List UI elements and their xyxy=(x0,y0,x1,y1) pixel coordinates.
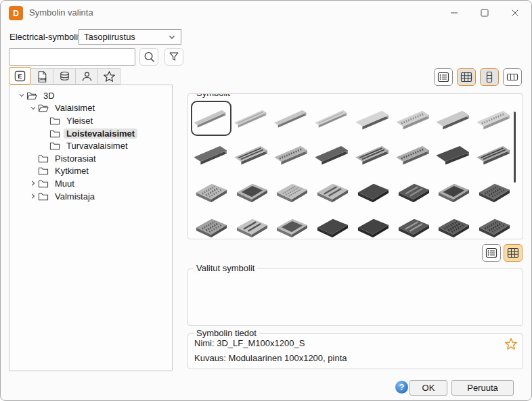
tree-item-kytkimet[interactable]: Kytkimet xyxy=(9,165,172,178)
symbol-thumb-15[interactable] xyxy=(474,136,514,171)
folder-closed-icon xyxy=(38,179,49,189)
e-symbol-icon: E xyxy=(14,70,26,82)
chevron-collapsed-icon[interactable] xyxy=(28,179,38,187)
list-view-button[interactable] xyxy=(434,68,453,86)
symbol-thumb-18[interactable] xyxy=(272,171,313,206)
search-button[interactable] xyxy=(139,48,158,66)
symbol-thumb-23[interactable] xyxy=(474,171,514,206)
symbol-thumb-31[interactable] xyxy=(474,206,514,239)
tree-item-pistorasiat[interactable]: Pistorasiat xyxy=(9,152,172,165)
tab-user[interactable] xyxy=(76,68,98,85)
landscape-view-button[interactable] xyxy=(503,68,522,86)
library-combobox[interactable]: Tasopiirustus xyxy=(79,29,181,45)
symbol-thumb-12[interactable] xyxy=(353,136,393,171)
symbols-group: Symbolit xyxy=(187,93,523,239)
folder-closed-icon xyxy=(38,154,49,164)
symbol-thumb-9[interactable] xyxy=(231,136,272,171)
symbol-thumb-29[interactable] xyxy=(393,206,434,239)
tree-item-label: Valmistaja xyxy=(52,191,97,202)
app-icon: D xyxy=(9,6,23,20)
symbol-thumb-0[interactable] xyxy=(191,101,231,136)
symbol-thumb-25[interactable] xyxy=(231,206,272,239)
symbol-thumb-6[interactable] xyxy=(434,101,474,136)
folder-closed-icon xyxy=(49,116,61,126)
symbols-group-legend: Symbolit xyxy=(194,93,233,98)
symbol-thumb-21[interactable] xyxy=(393,171,434,206)
cancel-button[interactable]: Peruuta xyxy=(451,380,514,396)
grid-view-button[interactable] xyxy=(504,244,523,262)
symbol-thumb-3[interactable] xyxy=(312,101,353,136)
tree-item-muut[interactable]: Muut xyxy=(9,177,172,190)
symbol-thumb-8[interactable] xyxy=(191,136,231,171)
symbol-thumb-10[interactable] xyxy=(272,136,313,171)
tab-database[interactable] xyxy=(53,68,76,85)
minimize-button[interactable] xyxy=(439,1,469,24)
help-button[interactable]: ? xyxy=(395,381,408,394)
symbol-description: Kuvaus: Modulaarinen 100x1200, pinta xyxy=(194,353,347,363)
tree-item-valaisimet[interactable]: Valaisimet xyxy=(9,102,172,115)
favorite-star-icon[interactable] xyxy=(504,337,518,351)
symbol-thumb-5[interactable] xyxy=(393,101,434,136)
symbol-thumb-27[interactable] xyxy=(312,206,353,239)
symbol-thumb-1[interactable] xyxy=(231,101,272,136)
list-view-icon xyxy=(485,246,498,260)
tab-favorites[interactable] xyxy=(98,68,120,85)
tree-item-valmistaja[interactable]: Valmistaja xyxy=(9,190,172,203)
symbol-selection-dialog: D Symbolin valinta Electrical-symbolit: … xyxy=(0,0,532,401)
symbol-thumb-2[interactable] xyxy=(272,101,313,136)
svg-text:DRW: DRW xyxy=(38,77,46,80)
doc-drw-icon: DRW xyxy=(36,70,49,83)
selected-symbols-group: Valitut symbolit xyxy=(187,268,523,326)
search-input[interactable] xyxy=(9,48,135,66)
grid-view-button[interactable] xyxy=(457,68,476,86)
symbol-thumb-7[interactable] xyxy=(474,101,514,136)
chevron-expanded-icon[interactable] xyxy=(16,91,26,99)
grid-view-icon xyxy=(460,70,473,84)
symbol-thumb-13[interactable] xyxy=(393,136,434,171)
symbol-library-tabs: EDRW xyxy=(9,68,120,85)
symbol-thumb-24[interactable] xyxy=(191,206,231,239)
library-combobox-value: Tasopiirustus xyxy=(84,32,135,42)
filter-icon xyxy=(168,51,180,63)
folder-closed-icon xyxy=(38,166,49,176)
tab-electrical-symbols[interactable]: E xyxy=(9,67,31,85)
tree-item-yleiset[interactable]: Yleiset xyxy=(9,114,172,127)
window-controls xyxy=(439,1,530,24)
symbol-thumb-11[interactable] xyxy=(312,136,353,171)
maximize-button[interactable] xyxy=(469,1,500,24)
ok-button[interactable]: OK xyxy=(409,380,447,396)
folder-open-icon xyxy=(26,91,38,101)
tree-item-label: Valaisimet xyxy=(52,103,97,113)
symbol-thumb-4[interactable] xyxy=(353,101,393,136)
symbol-thumb-14[interactable] xyxy=(434,136,474,171)
filter-button[interactable] xyxy=(164,48,183,66)
tree-item-3d[interactable]: 3D xyxy=(9,89,172,102)
symbol-thumb-22[interactable] xyxy=(434,171,474,206)
list-view-button[interactable] xyxy=(482,244,501,262)
tree-item-loistevalaisimet[interactable]: Loistevalaisimet xyxy=(9,127,172,140)
portrait-view-button[interactable] xyxy=(480,68,499,86)
symbol-thumb-30[interactable] xyxy=(434,206,474,239)
chevron-collapsed-icon[interactable] xyxy=(28,192,38,200)
window-title: Symbolin valinta xyxy=(29,7,93,18)
tree-item-label: Turvavalaisimet xyxy=(64,141,131,151)
tree-item-label: Yleiset xyxy=(64,116,95,126)
symbol-thumb-19[interactable] xyxy=(312,171,353,206)
symbol-thumb-26[interactable] xyxy=(272,206,313,239)
tree-item-label: Pistorasiat xyxy=(52,154,99,164)
scrollbar-thumb[interactable] xyxy=(514,112,516,183)
symbol-thumb-17[interactable] xyxy=(231,171,272,206)
folder-closed-icon xyxy=(49,141,61,151)
titlebar: D Symbolin valinta xyxy=(1,1,531,25)
chevron-expanded-icon[interactable] xyxy=(28,104,38,112)
tree-item-label: Kytkimet xyxy=(52,166,91,176)
symbol-thumb-28[interactable] xyxy=(353,206,393,239)
portrait-view-icon xyxy=(483,70,496,84)
category-tree: 3DValaisimetYleisetLoistevalaisimetTurva… xyxy=(9,85,173,371)
svg-text:E: E xyxy=(18,72,22,80)
close-button[interactable] xyxy=(500,1,530,24)
symbol-thumb-16[interactable] xyxy=(191,171,231,206)
tab-drawings[interactable]: DRW xyxy=(31,68,53,85)
symbol-thumb-20[interactable] xyxy=(353,171,393,206)
tree-item-turvavalaisimet[interactable]: Turvavalaisimet xyxy=(9,139,172,152)
